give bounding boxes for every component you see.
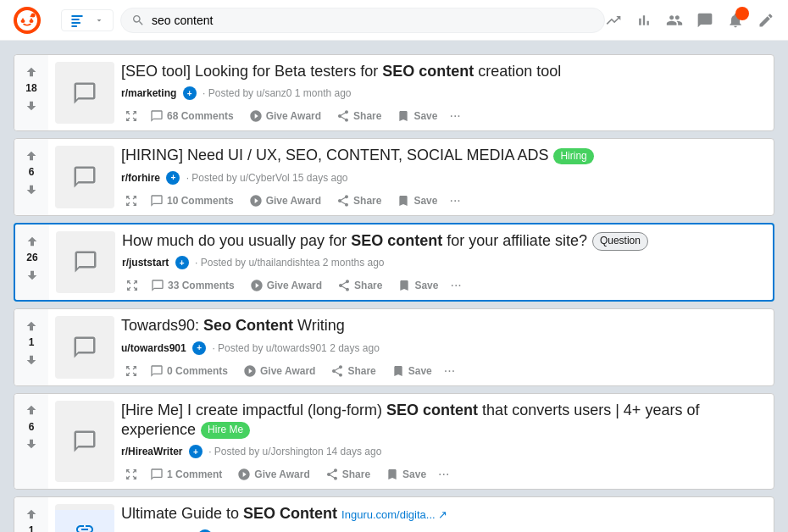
give-award-button[interactable]: Give Award (236, 361, 322, 381)
post-type-icon (72, 80, 97, 106)
post-author[interactable]: u/sanz0 (256, 87, 291, 99)
save-button[interactable]: Save (379, 464, 433, 485)
join-button[interactable]: + (166, 171, 180, 185)
downvote-button[interactable] (23, 435, 40, 453)
post-card[interactable]: 6 [HIRING] Need UI / UX, SEO, CONTENT, S… (14, 138, 774, 215)
post-content: How much do you usually pay for SEO cont… (122, 224, 773, 300)
svg-point-3 (30, 19, 34, 23)
post-flair: Hire Me (201, 422, 250, 439)
share-button[interactable]: Share (330, 191, 388, 211)
post-subreddit[interactable]: r/HireaWriter (121, 446, 182, 457)
search-results-tab[interactable] (61, 9, 114, 31)
upvote-button[interactable] (24, 231, 41, 250)
downvote-button[interactable] (23, 180, 40, 198)
main-content: 18 [SEO tool] Looking for Beta testers f… (0, 41, 788, 532)
share-button[interactable]: Share (330, 106, 388, 126)
community-icon[interactable] (666, 12, 683, 29)
post-subreddit[interactable]: r/marketing (121, 87, 176, 99)
expand-button[interactable] (121, 106, 142, 126)
more-options-button[interactable]: ··· (446, 105, 463, 127)
post-card[interactable]: 26 How much do you usually pay for SEO c… (14, 223, 774, 302)
stats-icon[interactable] (635, 12, 652, 29)
edit-icon[interactable] (757, 12, 774, 29)
join-button[interactable]: + (189, 445, 203, 458)
save-button[interactable]: Save (390, 191, 444, 211)
post-meta: r/HireaWriter + · Posted by u/Jorshingto… (121, 445, 767, 458)
expand-button[interactable] (121, 191, 142, 211)
search-input[interactable] (152, 14, 594, 27)
post-content: Towards90: Seo Content Writing u/towards… (121, 309, 774, 385)
post-time: 2 days ago (330, 341, 380, 353)
join-button[interactable]: + (192, 341, 206, 355)
post-time: 2 months ago (323, 257, 385, 269)
svg-point-6 (31, 18, 32, 19)
post-card[interactable]: 18 [SEO tool] Looking for Beta testers f… (14, 54, 774, 131)
title-bold: SEO Content (243, 505, 337, 522)
post-thumbnail (55, 401, 114, 483)
post-card[interactable]: 1 ↗ Ultimate Guide to SEO Content Inguru… (14, 496, 774, 532)
give-award-button[interactable]: Give Award (242, 191, 328, 211)
logo[interactable] (14, 7, 47, 34)
share-button[interactable]: Share (319, 464, 377, 485)
post-thumbnail (55, 62, 114, 124)
post-card[interactable]: 6 [Hire Me] I create impactful (long-for… (14, 393, 774, 490)
comments-button[interactable]: 1 Comment (143, 464, 229, 485)
post-time: 14 days ago (326, 446, 381, 457)
notifications-icon[interactable] (727, 12, 744, 29)
downvote-button[interactable] (23, 96, 40, 114)
give-award-button[interactable]: Give Award (242, 106, 328, 126)
downvote-button[interactable] (24, 265, 41, 284)
search-bar[interactable] (120, 8, 605, 33)
give-award-button[interactable]: Give Award (230, 464, 316, 485)
save-button[interactable]: Save (390, 106, 444, 126)
more-options-button[interactable]: ··· (447, 274, 464, 296)
chat-icon[interactable] (696, 12, 713, 29)
share-button[interactable]: Share (324, 361, 382, 381)
title-normal: creation tool (474, 63, 561, 80)
upvote-button[interactable] (23, 62, 40, 80)
save-button[interactable]: Save (385, 361, 439, 381)
title-bold: SEO content (382, 63, 474, 80)
vote-count: 6 (29, 421, 35, 433)
join-button[interactable]: + (183, 86, 197, 100)
post-card[interactable]: 1 Towards90: Seo Content Writing u/towar… (14, 308, 774, 385)
downvote-button[interactable] (23, 350, 40, 369)
svg-rect-9 (71, 22, 80, 24)
upvote-button[interactable] (23, 401, 40, 419)
expand-button[interactable] (122, 275, 142, 296)
expand-button[interactable] (121, 464, 142, 485)
post-subreddit[interactable]: u/towards901 (121, 341, 186, 353)
post-content: [Hire Me] I create impactful (long-form)… (121, 394, 774, 490)
save-button[interactable]: Save (391, 275, 445, 296)
trending-icon[interactable] (605, 12, 622, 29)
upvote-button[interactable] (23, 316, 40, 335)
vote-count: 6 (29, 166, 35, 178)
expand-button[interactable] (121, 361, 142, 381)
post-subreddit[interactable]: r/juststart (122, 257, 169, 269)
comments-button[interactable]: 10 Comments (143, 191, 241, 211)
post-subreddit[interactable]: r/forhire (121, 171, 160, 183)
comments-button[interactable]: 68 Comments (143, 106, 241, 126)
more-options-button[interactable]: ··· (446, 190, 463, 212)
post-author[interactable]: u/CyberVol (240, 171, 290, 183)
upvote-button[interactable] (23, 146, 40, 164)
more-options-button[interactable]: ··· (441, 360, 458, 382)
share-button[interactable]: Share (330, 275, 389, 296)
header-icons (605, 12, 774, 29)
dropdown-icon (94, 15, 104, 25)
upvote-button[interactable] (23, 504, 40, 523)
title-normal: Writing (293, 317, 345, 334)
post-meta: u/towards901 + · Posted by u/towards901 … (121, 341, 767, 355)
post-author[interactable]: u/Jorshington (263, 446, 324, 457)
post-author[interactable]: u/towards901 (266, 341, 327, 353)
more-options-button[interactable]: ··· (435, 463, 452, 485)
give-award-button[interactable]: Give Award (243, 275, 329, 296)
title-normal: [SEO tool] Looking for Beta testers for (121, 63, 382, 80)
title-normal: for your affiliate site? (442, 232, 587, 249)
post-author[interactable]: u/thailandishtea (248, 257, 319, 269)
join-button[interactable]: + (175, 256, 189, 269)
comments-button[interactable]: 0 Comments (143, 361, 235, 381)
post-title: Ultimate Guide to SEO Content Inguru.com… (121, 504, 767, 524)
title-bold: SEO content (351, 232, 442, 249)
comments-button[interactable]: 33 Comments (144, 275, 241, 296)
